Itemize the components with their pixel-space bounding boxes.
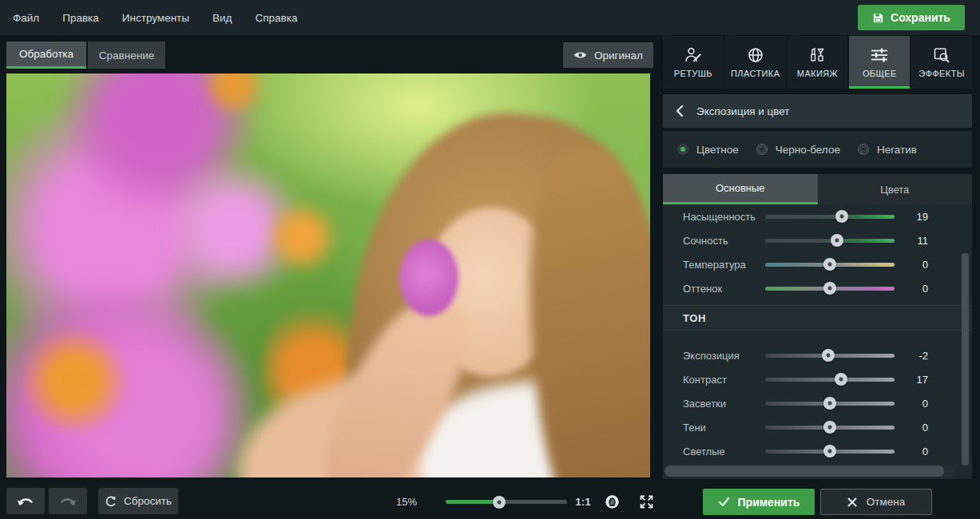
eye-icon <box>573 50 587 60</box>
slider-label: Тени <box>663 422 757 434</box>
slider-value: 17 <box>896 374 928 386</box>
cancel-button-label: Отмена <box>867 496 905 508</box>
slider-label: Насыщенность <box>663 211 757 223</box>
adjustment-subtabs: Основные Цвета <box>663 174 972 204</box>
portrait-view-button[interactable] <box>601 484 623 519</box>
slider-value: 0 <box>896 283 928 295</box>
menu-file[interactable]: Файл <box>13 12 39 24</box>
fit-to-screen-button[interactable] <box>635 484 657 519</box>
slider-handle[interactable] <box>823 258 836 271</box>
menu-edit[interactable]: Правка <box>62 12 99 24</box>
reshape-icon <box>747 46 764 64</box>
tab-processing-label: Обработка <box>19 48 73 60</box>
tint-slider[interactable] <box>765 287 895 291</box>
slider-label: Засветки <box>663 398 757 410</box>
menu-view[interactable]: Вид <box>212 12 232 24</box>
apply-button[interactable]: Применить <box>703 489 815 515</box>
tab-comparison[interactable]: Сравнение <box>88 42 165 69</box>
tab-processing[interactable]: Обработка <box>6 42 86 69</box>
whites-slider[interactable] <box>765 402 895 406</box>
close-icon <box>847 497 857 507</box>
shadows-slider[interactable] <box>765 426 895 430</box>
portrait-icon <box>605 494 620 509</box>
color-mode-group: Цветное Черно-белое Негатив <box>663 131 972 168</box>
temperature-slider[interactable] <box>765 263 895 267</box>
radio-black-white[interactable]: Черно-белое <box>756 144 840 156</box>
subtab-colors-label: Цвета <box>880 184 909 196</box>
apply-button-label: Применить <box>738 496 800 509</box>
slider-handle[interactable] <box>822 349 835 362</box>
slider-handle[interactable] <box>823 282 836 295</box>
photo-orange-leaf <box>14 329 134 433</box>
menu-help[interactable]: Справка <box>255 12 297 24</box>
tone-section-title: ТОН <box>683 312 706 324</box>
tab-makeup[interactable]: МАКИЯЖ <box>788 36 848 89</box>
photo-canvas[interactable] <box>6 73 650 477</box>
photo-orange-leaf <box>262 201 342 273</box>
slider-handle[interactable] <box>831 234 843 247</box>
radio-negative[interactable]: Негатив <box>858 144 917 156</box>
zoom-slider-handle[interactable] <box>493 496 506 509</box>
vibrance-slider[interactable] <box>765 239 895 243</box>
slider-row-lights: Светлые 0 <box>663 439 972 463</box>
panel-title: Экспозиция и цвет <box>696 105 790 117</box>
original-button[interactable]: Оригинал <box>563 42 653 68</box>
reset-icon <box>105 495 117 508</box>
tab-makeup-label: МАКИЯЖ <box>797 69 838 78</box>
slider-row-temperature: Температура 0 <box>663 252 972 276</box>
sliders-panel: Насыщенность 19 Сочность 11 Температура … <box>663 204 972 479</box>
contrast-slider[interactable] <box>765 378 895 382</box>
check-icon <box>718 497 730 507</box>
tab-effects[interactable]: ЭФФЕКТЫ <box>911 36 972 89</box>
exposure-slider[interactable] <box>765 354 895 358</box>
tab-reshape-label: ПЛАСТИКА <box>731 69 780 78</box>
slider-handle[interactable] <box>835 373 847 386</box>
redo-button[interactable] <box>49 488 87 514</box>
tab-retouch[interactable]: РЕТУШЬ <box>663 36 724 89</box>
slider-label: Сочность <box>663 235 757 247</box>
cancel-button[interactable]: Отмена <box>820 489 932 515</box>
horizontal-scrollbar-track[interactable] <box>665 466 955 477</box>
photo-ear-flower <box>399 240 458 316</box>
reset-button[interactable]: Сбросить <box>98 488 178 514</box>
radio-color[interactable]: Цветное <box>677 144 739 156</box>
tab-reshape[interactable]: ПЛАСТИКА <box>725 36 786 89</box>
tab-comparison-label: Сравнение <box>99 50 154 61</box>
slider-label: Светлые <box>663 446 757 458</box>
slider-row-vibrance: Сочность 11 <box>663 228 972 252</box>
redo-icon <box>58 495 77 508</box>
tab-effects-label: ЭФФЕКТЫ <box>919 69 965 78</box>
slider-row-contrast: Контраст 17 <box>663 367 972 391</box>
menu-tools[interactable]: Инструменты <box>122 12 189 24</box>
save-button[interactable]: Сохранить <box>858 5 965 30</box>
undo-icon <box>16 495 35 508</box>
panel-back-header[interactable]: Экспозиция и цвет <box>663 94 972 128</box>
slider-row-tint: Оттенок 0 <box>663 276 972 300</box>
reset-button-label: Сбросить <box>124 495 172 507</box>
saturation-slider[interactable] <box>765 215 895 219</box>
slider-row-highlights-clip: Засветки 0 <box>663 391 972 415</box>
tab-general[interactable]: ОБЩЕЕ <box>849 36 910 89</box>
slider-value: 0 <box>896 422 928 434</box>
undo-button[interactable] <box>6 488 45 514</box>
vertical-scrollbar-thumb[interactable] <box>962 253 969 466</box>
adjust-sliders-icon <box>870 46 889 64</box>
radio-color-label: Цветное <box>696 144 739 156</box>
floppy-icon <box>872 12 884 24</box>
horizontal-scrollbar-thumb[interactable] <box>665 466 944 477</box>
effects-icon <box>933 46 950 64</box>
slider-handle[interactable] <box>835 210 848 223</box>
expand-icon <box>639 494 654 509</box>
zoom-slider[interactable] <box>446 500 567 504</box>
actual-size-button[interactable]: 1:1 <box>570 484 596 519</box>
radio-selected-icon <box>677 144 688 155</box>
slider-handle[interactable] <box>823 421 836 434</box>
slider-value: 0 <box>896 259 928 271</box>
chevron-left-icon <box>676 105 684 117</box>
slider-value: 19 <box>896 211 928 223</box>
lights-slider[interactable] <box>765 450 895 454</box>
slider-handle[interactable] <box>823 445 836 458</box>
slider-handle[interactable] <box>823 397 836 410</box>
subtab-basic[interactable]: Основные <box>663 174 818 204</box>
subtab-colors[interactable]: Цвета <box>818 174 973 204</box>
